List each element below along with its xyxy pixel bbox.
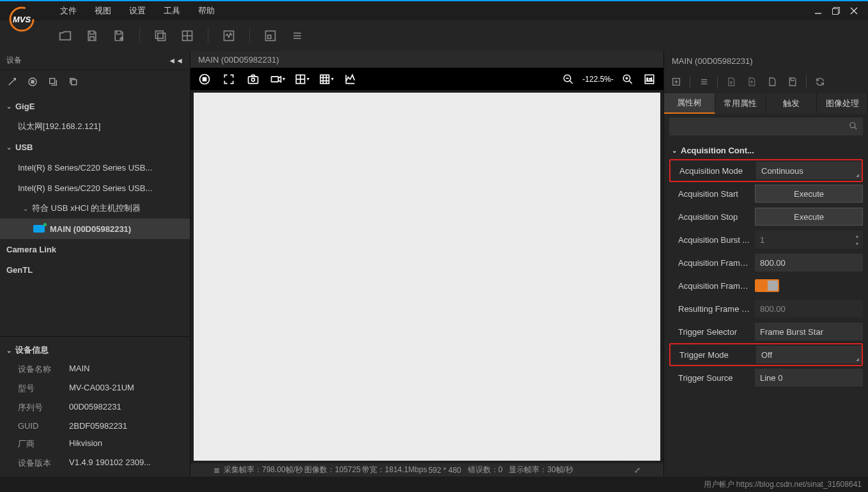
framerate-row: Acquisition Frame... 800.00 [669,251,863,274]
search-icon[interactable] [849,121,858,132]
image-canvas[interactable] [194,93,660,461]
viewer-toolbar: ▾ ▾ ▾ -122.5%- 1:1 [190,68,663,90]
devinfo-title: 设备信息 [15,344,49,356]
zoom-out-icon[interactable] [561,72,576,87]
trigger-mode-select[interactable]: Off [756,346,862,364]
tab-image[interactable]: 图像处理 [817,93,868,114]
svg-point-49 [850,123,855,128]
tree-usb[interactable]: ⌄USB [0,137,190,157]
tree-usb2[interactable]: Intel(R) 8 Series/C220 Series USB... [0,178,190,198]
menu-view[interactable]: 视图 [86,5,120,17]
acq-section-header[interactable]: ⌄Acquisition Cont... [669,142,863,159]
property-panel: MAIN (00D05982231) 属性树 常用属性 触发 图像处理 ⌄Acq… [663,51,868,477]
trigger-selector-select[interactable]: Frame Burst Star [755,323,863,341]
restore-button[interactable] [827,3,845,19]
grid2-icon[interactable]: ▾ [318,72,334,87]
stop-icon[interactable] [26,75,40,89]
prop-import-icon[interactable] [724,75,738,89]
tab-trigger[interactable]: 触发 [766,93,818,114]
collapse-sidebar-icon[interactable]: ◄◄ [168,56,183,65]
svg-line-38 [629,81,632,84]
acq-stop-row: Acquisition Stop Execute [669,205,863,228]
layout2-icon[interactable] [178,27,196,45]
svg-text:+: + [120,36,123,42]
svg-rect-11 [224,31,234,41]
svg-rect-20 [72,80,77,85]
acq-start-button[interactable]: Execute [755,185,863,203]
device-tree: ⌄GigE 以太网[192.168.2.121] ⌄USB Intel(R) 8… [0,93,190,336]
framerate-input[interactable]: 800.00 [755,254,863,272]
prop-export-icon[interactable] [745,75,759,89]
tree-xhci[interactable]: ⌄符合 USB xHCI 的主机控制器 [0,198,190,219]
trigsrc-row: Trigger Source Line 0 [669,366,863,389]
menu-bar: 文件 视图 设置 工具 帮助 [0,0,868,20]
save-icon[interactable] [83,27,101,45]
svg-point-24 [252,78,255,81]
svg-text:1:1: 1:1 [646,77,653,82]
app-logo: MVS [6,4,37,35]
tab-property-tree[interactable]: 属性树 [664,93,715,114]
tree-gentl[interactable]: GenTL [0,259,190,280]
save-as-icon[interactable]: + [110,27,128,45]
property-search-input[interactable] [669,118,863,135]
menu-settings[interactable]: 设置 [120,5,155,17]
histogram-icon[interactable] [343,72,358,87]
menu-tools[interactable]: 工具 [155,5,189,17]
viewer-title: MAIN (00D05982231) [190,51,663,68]
tree-camlink[interactable]: Camera Link [0,239,190,259]
app-statusbar: 用户帐户 https://blog.csdn.net/sinat_3160864… [0,477,868,492]
prop-save-icon[interactable] [786,75,800,89]
copy-icon[interactable] [66,75,81,89]
viewer-panel: MAIN (00D05982231) ▾ ▾ ▾ -122.5%- 1:1 ≣ … [190,51,663,477]
svg-rect-19 [50,79,55,84]
snapshot-icon[interactable] [245,72,261,87]
close-button[interactable] [845,3,863,19]
svg-line-50 [855,127,857,130]
record-icon[interactable]: ▾ [270,72,285,87]
tree-main-camera[interactable]: MAIN (00D05982231) [0,219,190,239]
minimize-button[interactable] [809,3,827,19]
refresh-icon[interactable] [46,75,60,89]
connect-icon[interactable] [5,75,19,89]
activity-icon[interactable] [220,27,238,45]
trigmode-row: Trigger Mode Off [669,343,863,366]
prop-tool2-icon[interactable] [697,75,711,89]
svg-rect-29 [320,75,329,83]
svg-rect-7 [158,33,166,41]
menu-file[interactable]: 文件 [51,5,86,17]
open-icon[interactable] [56,27,74,45]
tree-gige[interactable]: ⌄GigE [0,96,190,116]
layout1-icon[interactable] [151,27,169,45]
prop-file-icon[interactable] [765,75,779,89]
device-info-panel: ⌄设备信息 设备名称MAIN 型号MV-CA003-21UM 序列号00D059… [0,336,190,477]
svg-rect-23 [249,76,258,83]
prop-refresh-icon[interactable] [813,75,827,89]
prop-tool1-icon[interactable] [669,75,683,89]
result-row: Resulting Frame R... 800.00 [669,297,863,320]
tree-usb1[interactable]: Intel(R) 8 Series/C220 Series USB... [0,157,190,178]
burst-input[interactable]: 1▲▼ [755,231,863,249]
svg-line-35 [570,81,573,84]
acq-start-row: Acquisition Start Execute [669,182,863,205]
result-value: 800.00 [755,300,863,318]
menu-help[interactable]: 帮助 [189,5,224,17]
burst-row: Acquisition Burst ... 1▲▼ [669,228,863,251]
svg-rect-22 [203,77,206,81]
fullscreen-icon[interactable] [221,72,236,87]
svg-rect-25 [272,76,279,81]
stop-capture-icon[interactable] [197,72,212,87]
sidebar-title: 设备 [6,55,168,66]
tab-common[interactable]: 常用属性 [715,93,766,114]
acq-mode-select[interactable]: Continuous [756,162,862,180]
tool1-icon[interactable] [261,27,279,45]
fit-icon[interactable]: 1:1 [642,72,657,87]
expand-icon[interactable]: ⤢ [634,466,640,475]
tool2-icon[interactable] [288,27,306,45]
tree-ethernet[interactable]: 以太网[192.168.2.121] [0,116,190,137]
frame-enable-toggle[interactable] [755,279,779,292]
grid1-icon[interactable]: ▾ [294,72,309,87]
trigger-source-select[interactable]: Line 0 [755,369,863,387]
zoom-in-icon[interactable] [620,72,635,87]
svg-rect-6 [156,31,164,39]
acq-stop-button[interactable]: Execute [755,208,863,226]
